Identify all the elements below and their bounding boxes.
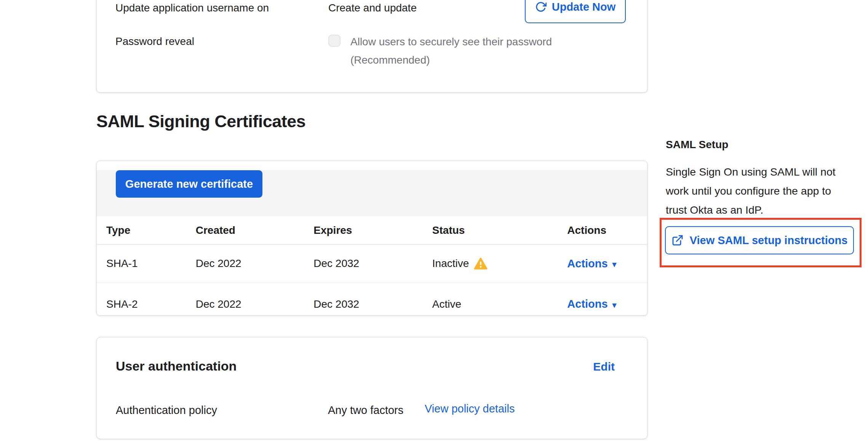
page-title: SAML Signing Certificates [96, 112, 305, 131]
cert-status: Inactive [423, 257, 556, 270]
cert-type: SHA-1 [97, 257, 186, 270]
actions-dropdown-button[interactable]: Actions ▾ [567, 298, 616, 310]
update-now-button[interactable]: Update Now [525, 0, 626, 23]
column-header-type: Type [97, 224, 186, 236]
generate-certificate-button[interactable]: Generate new certificate [116, 170, 262, 198]
actions-label: Actions [567, 257, 607, 270]
saml-setup-title: SAML Setup [666, 139, 728, 151]
column-header-expires: Expires [304, 224, 423, 236]
password-reveal-checkbox[interactable] [328, 35, 340, 47]
username-update-value: Create and update [328, 2, 417, 14]
actions-dropdown-button[interactable]: Actions ▾ [567, 257, 616, 270]
authentication-policy-value: Any two factors [328, 404, 403, 417]
saml-setup-sidebar: SAML Setup Single Sign On using SAML wil… [666, 133, 868, 297]
column-header-actions: Actions [556, 224, 647, 236]
certificates-card: Generate new certificate Type Created Ex… [96, 161, 647, 316]
refresh-icon [535, 1, 547, 13]
cert-status: Active [423, 298, 556, 310]
page: Update application username on Create an… [0, 0, 868, 441]
saml-setup-description-line: work until you configure the app to [666, 181, 831, 200]
chevron-down-icon: ▾ [612, 300, 617, 309]
edit-button[interactable]: Edit [593, 360, 615, 373]
setup-button-label: View SAML setup instructions [690, 234, 848, 247]
password-reveal-recommended-note: (Recommended) [350, 54, 430, 66]
user-authentication-panel: User authentication Edit Authentication … [96, 337, 647, 439]
user-authentication-title: User authentication [116, 359, 237, 374]
cert-actions-cell: Actions ▾ [556, 257, 647, 270]
view-saml-setup-instructions-button[interactable]: View SAML setup instructions [665, 226, 854, 254]
cert-actions-cell: Actions ▾ [556, 298, 647, 310]
password-reveal-checkbox-label: Allow users to securely see their passwo… [350, 36, 552, 48]
column-header-status: Status [423, 224, 556, 236]
chevron-down-icon: ▾ [612, 259, 617, 268]
username-update-label: Update application username on [115, 2, 269, 14]
column-header-created: Created [186, 224, 304, 236]
actions-label: Actions [567, 298, 607, 310]
cert-created: Dec 2022 [186, 257, 304, 270]
password-reveal-label: Password reveal [115, 35, 194, 48]
update-now-label: Update Now [552, 1, 616, 13]
status-text: Inactive [432, 257, 469, 270]
certificates-table-header: Type Created Expires Status Actions [97, 216, 647, 244]
external-link-icon [671, 234, 684, 246]
warning-triangle-icon [474, 257, 488, 270]
saml-setup-description-line: trust Okta as an IdP. [666, 200, 763, 219]
table-row-sha1: SHA-1 Dec 2022 Dec 2032 Inactive Actions… [97, 244, 647, 283]
view-policy-details-link[interactable]: View policy details [425, 403, 515, 415]
table-row-sha2: SHA-2 Dec 2022 Dec 2032 Active Actions ▾ [97, 283, 647, 316]
authentication-policy-label: Authentication policy [116, 404, 217, 417]
saml-setup-description-line: Single Sign On using SAML will not [666, 162, 836, 181]
status-text: Active [432, 298, 461, 310]
cert-expires: Dec 2032 [304, 298, 423, 310]
cert-created: Dec 2022 [186, 298, 304, 310]
cert-expires: Dec 2032 [304, 257, 423, 270]
cert-type: SHA-2 [97, 298, 186, 310]
provisioning-panel: Update application username on Create an… [96, 0, 647, 93]
certificates-toolbar: Generate new certificate [97, 170, 647, 216]
